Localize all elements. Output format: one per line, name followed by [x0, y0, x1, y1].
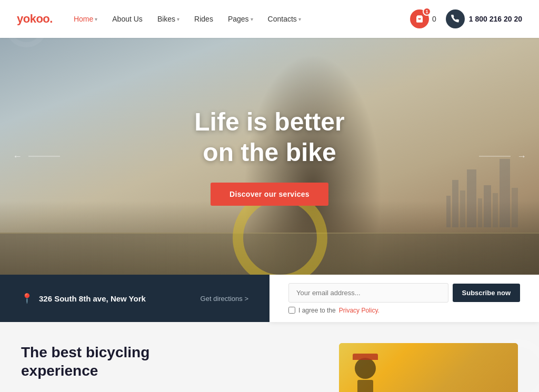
phone-button[interactable]: 1 800 216 20 20: [446, 9, 522, 28]
logo-text: yokoo: [17, 12, 49, 25]
privacy-text: I agree to the: [298, 307, 336, 314]
logo[interactable]: yokoo.: [17, 12, 53, 26]
phone-icon-wrap: [446, 9, 465, 28]
chevron-down-icon: ▾: [95, 16, 97, 22]
bottom-section: The best bicycling experience: [0, 322, 539, 392]
cart-icon-wrap: 1: [410, 9, 429, 28]
nav-item-bikes[interactable]: Bikes ▾: [157, 15, 179, 23]
info-bar-subscribe: Subscribe now I agree to the Privacy Pol…: [270, 275, 539, 322]
cart-count: 0: [432, 15, 436, 23]
main-nav: Home ▾ About Us Bikes ▾ Rides Pages ▾ Co…: [74, 15, 410, 23]
phone-icon: [451, 15, 460, 23]
privacy-checkbox[interactable]: [288, 307, 295, 314]
hero-section: ← → Life is better on the bike Discover …: [0, 38, 539, 275]
pin-icon: 📍: [21, 293, 33, 304]
arrow-line-right: [479, 156, 511, 157]
address-text: 326 South 8th ave, New York: [39, 294, 146, 303]
logo-dot: .: [49, 12, 53, 25]
person-silhouette: [355, 358, 376, 392]
nav-item-about[interactable]: About Us: [112, 15, 143, 23]
phone-number: 1 800 216 20 20: [469, 15, 522, 23]
cart-button[interactable]: 1 0: [410, 9, 436, 28]
address-block: 📍 326 South 8th ave, New York: [21, 293, 146, 304]
city-skyline: [446, 159, 518, 227]
chevron-down-icon: ▾: [177, 16, 179, 22]
subscribe-row: Subscribe now: [288, 283, 520, 303]
header: yokoo. Home ▾ About Us Bikes ▾ Rides Pag…: [0, 0, 539, 38]
chevron-down-icon: ▾: [251, 16, 253, 22]
nav-item-pages[interactable]: Pages ▾: [228, 15, 253, 23]
chevron-down-icon: ▾: [298, 16, 301, 22]
nav-item-home[interactable]: Home ▾: [74, 15, 97, 23]
cart-badge: 1: [423, 7, 431, 16]
bottom-image: [339, 343, 518, 392]
bottom-title: The best bicycling experience: [21, 343, 318, 380]
hero-title: Life is better on the bike: [194, 107, 344, 167]
arrow-line-left: [28, 156, 60, 157]
arrow-right-icon: →: [517, 151, 526, 162]
email-input[interactable]: [288, 283, 448, 303]
hero-cta-button[interactable]: Discover our services: [211, 183, 328, 206]
arrow-left-icon: ←: [13, 151, 22, 162]
nav-item-contacts[interactable]: Contacts ▾: [268, 15, 301, 23]
nav-item-rides[interactable]: Rides: [194, 15, 213, 23]
subscribe-button[interactable]: Subscribe now: [453, 284, 520, 302]
bottom-text: The best bicycling experience: [21, 343, 318, 392]
header-right: 1 0 1 800 216 20 20: [410, 9, 522, 28]
privacy-link[interactable]: Privacy Policy.: [339, 307, 380, 314]
info-bar: 📍 326 South 8th ave, New York Get direct…: [0, 275, 539, 322]
hero-prev-button[interactable]: ←: [13, 151, 60, 162]
hero-content: Life is better on the bike Discover our …: [194, 107, 344, 205]
cart-icon: [415, 15, 424, 23]
subscribe-form: Subscribe now I agree to the Privacy Pol…: [288, 283, 520, 314]
hero-next-button[interactable]: →: [479, 151, 526, 162]
directions-link[interactable]: Get directions >: [201, 295, 248, 303]
privacy-row: I agree to the Privacy Policy.: [288, 307, 520, 314]
info-bar-address: 📍 326 South 8th ave, New York Get direct…: [0, 275, 270, 322]
